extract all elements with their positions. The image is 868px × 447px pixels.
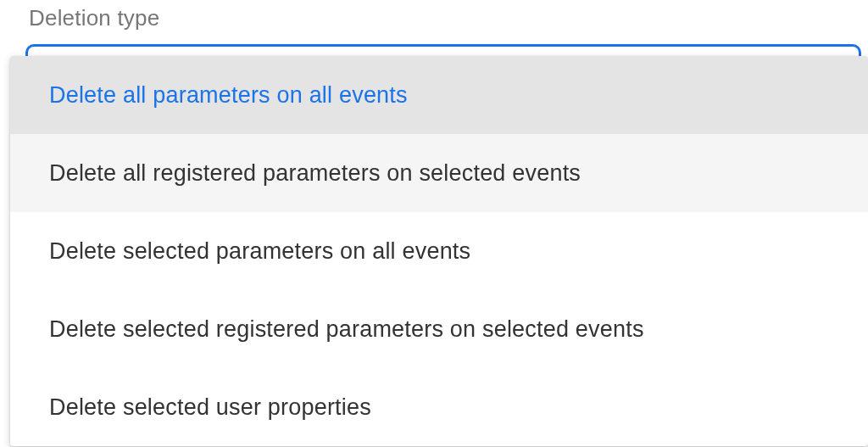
option-delete-selected-registered-params-selected-events[interactable]: Delete selected registered parameters on…: [10, 290, 868, 368]
option-delete-selected-user-properties[interactable]: Delete selected user properties: [10, 368, 868, 446]
dropdown-panel: Delete all parameters on all events Dele…: [10, 56, 868, 446]
option-delete-all-registered-params-selected-events[interactable]: Delete all registered parameters on sele…: [10, 134, 868, 212]
option-delete-all-params-all-events[interactable]: Delete all parameters on all events: [10, 56, 868, 134]
option-label: Delete selected parameters on all events: [49, 238, 470, 265]
option-delete-selected-params-all-events[interactable]: Delete selected parameters on all events: [10, 212, 868, 290]
option-label: Delete selected user properties: [49, 394, 371, 421]
option-label: Delete selected registered parameters on…: [49, 316, 644, 343]
option-label: Delete all parameters on all events: [49, 82, 408, 109]
deletion-type-field: Deletion type Delete all parameters on a…: [0, 0, 868, 43]
option-label: Delete all registered parameters on sele…: [49, 160, 581, 187]
field-label: Deletion type: [0, 0, 868, 43]
